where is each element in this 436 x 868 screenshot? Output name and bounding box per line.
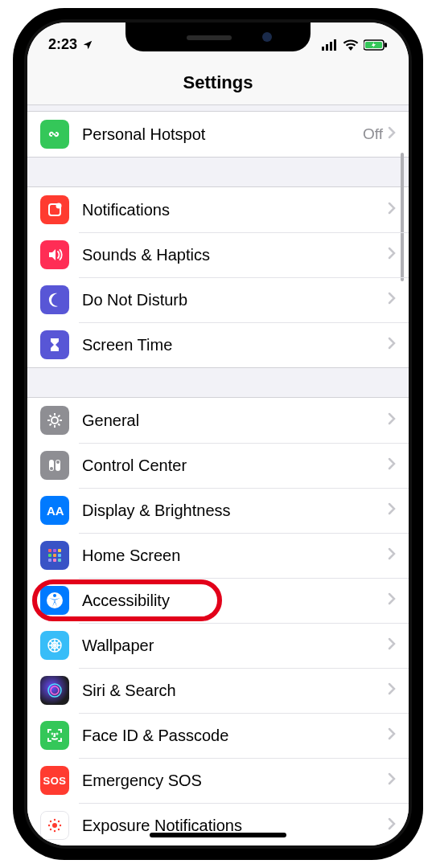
svg-rect-2: [330, 42, 332, 51]
row-sounds[interactable]: Sounds & Haptics: [27, 232, 409, 277]
svg-point-41: [51, 686, 59, 694]
row-siri[interactable]: Siri & Search: [27, 668, 409, 713]
chevron-right-icon: [388, 817, 396, 833]
svg-point-19: [50, 467, 53, 470]
row-label: Emergency SOS: [82, 772, 388, 790]
battery-icon: [364, 39, 388, 51]
svg-line-17: [58, 416, 60, 417]
chevron-right-icon: [388, 337, 396, 353]
wallpaper-icon: [40, 631, 69, 660]
svg-rect-23: [48, 549, 51, 552]
chevron-right-icon: [388, 547, 396, 563]
nav-header: Settings: [27, 63, 409, 105]
row-notifications[interactable]: Notifications: [27, 187, 409, 232]
screentime-icon: [40, 330, 69, 359]
svg-point-33: [53, 594, 56, 597]
svg-rect-29: [48, 559, 51, 562]
svg-rect-31: [58, 559, 61, 562]
general-icon: [40, 406, 69, 435]
svg-rect-28: [58, 554, 61, 557]
row-label: Notifications: [82, 201, 388, 219]
row-general[interactable]: General: [27, 398, 409, 443]
svg-rect-6: [385, 43, 387, 47]
svg-point-21: [56, 461, 60, 464]
row-label: Accessibility: [82, 592, 388, 610]
row-exposure[interactable]: Exposure Notifications: [27, 803, 409, 845]
chevron-right-icon: [388, 292, 396, 308]
chevron-right-icon: [388, 682, 396, 698]
chevron-right-icon: [388, 772, 396, 788]
svg-point-52: [58, 829, 60, 830]
svg-line-15: [58, 424, 60, 425]
row-label: Sounds & Haptics: [82, 246, 388, 264]
sounds-icon: [40, 240, 69, 269]
row-sos[interactable]: SOS Emergency SOS: [27, 758, 409, 803]
row-label: Do Not Disturb: [82, 291, 388, 309]
notifications-icon: [40, 195, 69, 224]
svg-point-9: [51, 417, 58, 424]
chevron-right-icon: [388, 126, 396, 142]
accessibility-icon: [40, 586, 69, 615]
svg-rect-24: [53, 549, 56, 552]
svg-line-16: [50, 424, 51, 425]
row-label: General: [82, 411, 388, 430]
display-icon: AA: [40, 496, 69, 525]
hotspot-icon: [40, 120, 69, 149]
row-dnd[interactable]: Do Not Disturb: [27, 277, 409, 322]
row-accessibility[interactable]: Accessibility: [27, 578, 409, 623]
chevron-right-icon: [388, 412, 396, 428]
svg-line-14: [50, 416, 51, 417]
home-indicator[interactable]: [150, 833, 286, 837]
row-screentime[interactable]: Screen Time: [27, 322, 409, 367]
svg-text:AA: AA: [47, 504, 64, 518]
svg-rect-3: [334, 39, 336, 51]
row-display[interactable]: AA Display & Brightness: [27, 488, 409, 533]
svg-point-44: [52, 823, 57, 828]
svg-rect-26: [48, 554, 51, 557]
siri-icon: [40, 676, 69, 705]
row-wallpaper[interactable]: Wallpaper: [27, 623, 409, 668]
row-personal-hotspot[interactable]: Personal Hotspot Off: [27, 112, 409, 157]
row-label: Control Center: [82, 457, 388, 475]
row-label: Face ID & Passcode: [82, 727, 388, 745]
sos-text: SOS: [43, 775, 67, 787]
row-label: Siri & Search: [82, 682, 388, 700]
row-control-center[interactable]: Control Center: [27, 443, 409, 488]
svg-point-42: [52, 734, 53, 735]
svg-rect-1: [326, 44, 328, 51]
row-label: Screen Time: [82, 336, 388, 354]
chevron-right-icon: [388, 247, 396, 263]
svg-rect-30: [53, 559, 56, 562]
wifi-icon: [343, 39, 359, 51]
faceid-icon: [40, 721, 69, 750]
row-faceid[interactable]: Face ID & Passcode: [27, 713, 409, 758]
row-label: Wallpaper: [82, 637, 388, 655]
cellular-icon: [322, 39, 338, 51]
chevron-right-icon: [388, 502, 396, 518]
svg-rect-0: [322, 47, 324, 51]
exposure-icon: [40, 811, 69, 840]
home-screen-icon: [40, 541, 69, 570]
chevron-right-icon: [388, 457, 396, 473]
chevron-right-icon: [388, 637, 396, 653]
row-label: Home Screen: [82, 547, 388, 565]
svg-point-49: [50, 821, 51, 822]
svg-point-43: [57, 734, 58, 735]
svg-point-48: [60, 825, 61, 826]
svg-rect-25: [58, 549, 61, 552]
sos-icon: SOS: [40, 766, 69, 795]
svg-point-50: [58, 821, 60, 822]
dnd-icon: [40, 285, 69, 314]
location-icon: [82, 39, 93, 51]
control-center-icon: [40, 451, 69, 480]
svg-point-47: [48, 825, 50, 826]
svg-point-8: [56, 203, 62, 209]
svg-point-51: [50, 829, 51, 830]
status-time: 2:23: [48, 36, 77, 53]
row-value: Off: [363, 125, 383, 143]
page-title: Settings: [27, 72, 409, 93]
svg-point-45: [54, 819, 56, 821]
svg-point-46: [54, 830, 56, 832]
row-home-screen[interactable]: Home Screen: [27, 533, 409, 578]
chevron-right-icon: [388, 727, 396, 743]
